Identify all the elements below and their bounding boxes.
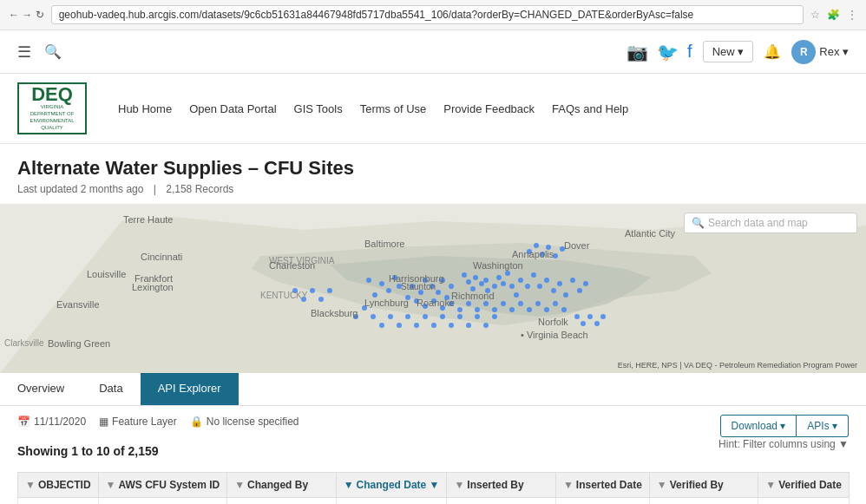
col-verified-by[interactable]: ▼Verified By: [649, 473, 758, 498]
svg-point-31: [366, 278, 371, 283]
showing-text: Showing 1 to 10 of 2,159: [17, 444, 159, 458]
cell-cfu-system-id: 17838: [98, 498, 227, 505]
twitter-icon[interactable]: 🐦: [657, 42, 679, 62]
map-label-dover: Dover: [564, 240, 589, 251]
svg-point-70: [397, 323, 402, 328]
download-button[interactable]: Download ▾: [720, 415, 797, 437]
svg-point-77: [457, 314, 463, 319]
svg-point-47: [466, 301, 471, 306]
svg-point-16: [525, 284, 530, 289]
instagram-icon[interactable]: 📷: [627, 42, 648, 62]
nav-terms-of-use[interactable]: Terms of Use: [360, 102, 427, 115]
site-header: DEQ VIRGINIA DEPARTMENT OF ENVIRONMENTAL…: [0, 74, 866, 144]
svg-point-19: [436, 290, 441, 295]
table-row: 2100 17838 CAQUESENBERRY 12/31/2020, 3:3…: [18, 498, 850, 505]
map-container[interactable]: Terre Haute Cincinnati Louisville Frankf…: [0, 204, 866, 373]
map-label-blacksburg: Blacksburg: [311, 308, 358, 318]
svg-point-60: [534, 243, 539, 248]
notification-bell[interactable]: 🔔: [764, 43, 781, 60]
svg-point-71: [405, 314, 410, 319]
svg-point-83: [581, 321, 586, 326]
map-search-box[interactable]: 🔍 Search data and map: [684, 213, 857, 233]
map-label-atlantic-city: Atlantic City: [625, 228, 675, 239]
meta-date-value: 11/11/2020: [34, 416, 86, 428]
svg-point-69: [388, 314, 393, 319]
nav-open-data[interactable]: Open Data Portal: [189, 102, 276, 115]
new-button[interactable]: New ▾: [703, 41, 754, 62]
reload-icon[interactable]: ↻: [36, 9, 44, 21]
extension-icon[interactable]: 🧩: [827, 9, 840, 21]
col-inserted-by[interactable]: ▼Inserted By: [447, 473, 555, 498]
layer-icon: ▦: [99, 416, 108, 428]
svg-point-79: [475, 314, 480, 319]
star-icon[interactable]: ☆: [810, 9, 820, 21]
col-changed-date[interactable]: ▼Changed Date ▼: [336, 473, 447, 498]
svg-point-46: [457, 307, 463, 312]
nav-faqs-help[interactable]: FAQs and Help: [552, 102, 628, 115]
svg-point-67: [371, 314, 376, 319]
cell-changed-by: CAQUESENBERRY: [227, 498, 336, 505]
col-objectid[interactable]: ▼OBJECTID: [18, 473, 99, 498]
svg-point-88: [318, 297, 324, 302]
tab-api-explorer[interactable]: API Explorer: [141, 373, 239, 405]
meta-license-value: No license specified: [207, 416, 299, 428]
cell-inserted-date: 12/31/2020, 3:31 AM: [555, 498, 649, 505]
facebook-icon[interactable]: f: [687, 42, 692, 62]
svg-point-49: [483, 301, 489, 306]
col-verified-date[interactable]: ▼Verified Date: [758, 473, 850, 498]
user-label: Rex ▾: [819, 45, 849, 58]
svg-point-54: [527, 307, 532, 312]
forward-icon[interactable]: →: [22, 9, 32, 21]
url-bar[interactable]: geohub-vadeq.hub.arcgis.com/datasets/9c6…: [51, 5, 804, 24]
col-inserted-date[interactable]: ▼Inserted Date: [555, 473, 649, 498]
svg-point-51: [501, 301, 506, 306]
search-icon[interactable]: 🔍: [44, 43, 62, 60]
user-menu[interactable]: R Rex ▾: [791, 40, 849, 64]
nav-provide-feedback[interactable]: Provide Feedback: [443, 102, 535, 115]
svg-point-34: [544, 278, 549, 283]
svg-point-89: [310, 288, 315, 293]
tab-data[interactable]: Data: [82, 373, 140, 405]
svg-point-57: [553, 301, 558, 306]
tab-overview[interactable]: Overview: [0, 373, 82, 405]
map-label-norfolk: Norfolk: [538, 317, 568, 327]
svg-point-52: [509, 307, 515, 312]
svg-point-86: [600, 314, 606, 319]
svg-point-15: [518, 278, 523, 283]
nav-hub-home[interactable]: Hub Home: [118, 102, 172, 115]
data-meta: 📅 11/11/2020 ▦ Feature Layer 🔒 No licens…: [17, 416, 299, 428]
map-label-virginia-beach: • Virginia Beach: [521, 330, 588, 340]
map-label-evansville: Evansville: [56, 299, 100, 310]
map-label-cincinnati: Cincinnati: [141, 252, 182, 262]
lock-icon: 🔒: [190, 416, 203, 428]
map-search-placeholder: Search data and map: [708, 217, 808, 229]
svg-point-68: [379, 323, 384, 328]
map-attribution: Esri, HERE, NPS | VA DEQ - Petroleum Rem…: [618, 361, 857, 370]
apis-button[interactable]: APIs ▾: [797, 415, 849, 437]
map-label-baltimore: Baltimore: [364, 239, 404, 249]
top-nav: ☰ 🔍 📷 🐦 f New ▾ 🔔 R Rex ▾: [0, 30, 866, 74]
svg-point-4: [479, 281, 484, 286]
hint-text: Hint: Filter columns using ▼: [718, 438, 849, 450]
svg-point-2: [466, 279, 471, 285]
svg-point-40: [583, 281, 588, 286]
col-changed-by[interactable]: ▼Changed By: [227, 473, 336, 498]
nav-gis-tools[interactable]: GIS Tools: [294, 102, 343, 115]
table-body: 2100 17838 CAQUESENBERRY 12/31/2020, 3:3…: [18, 498, 850, 505]
svg-point-76: [449, 323, 454, 328]
back-icon[interactable]: ←: [9, 9, 19, 21]
hamburger-menu[interactable]: ☰: [17, 43, 31, 62]
site-nav: Hub Home Open Data Portal GIS Tools Term…: [118, 102, 849, 115]
menu-icon[interactable]: ⋮: [847, 9, 857, 21]
tab-extra[interactable]: [239, 373, 273, 405]
svg-point-81: [492, 314, 497, 319]
tabs-bar: Overview Data API Explorer: [0, 373, 866, 406]
map-label-louisville: Louisville: [87, 269, 126, 279]
col-cfu-system-id[interactable]: ▼AWS CFU System ID: [98, 473, 227, 498]
svg-point-6: [483, 278, 489, 283]
svg-point-72: [414, 323, 419, 328]
map-label-staunton: Staunton: [401, 282, 436, 291]
map-label-terre-haute: Terre Haute: [123, 214, 173, 225]
svg-point-9: [496, 275, 502, 280]
map-label-bowling-green: Bowling Green: [48, 338, 110, 349]
